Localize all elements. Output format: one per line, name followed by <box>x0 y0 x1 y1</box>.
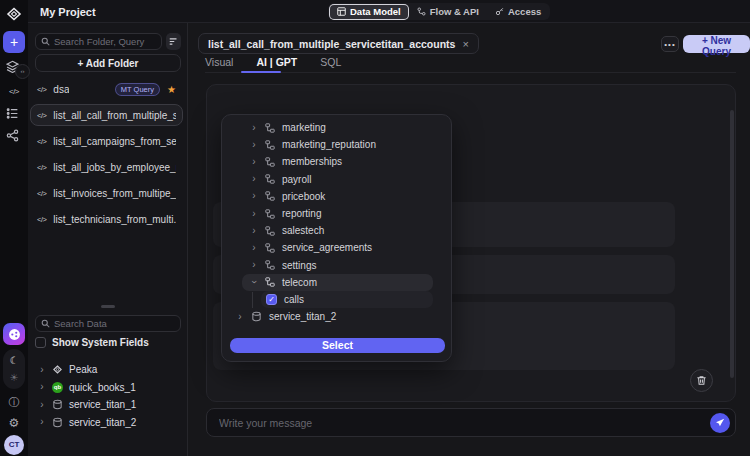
chevron-right-icon[interactable]: › <box>236 312 244 322</box>
show-system-fields[interactable]: Show System Fields <box>35 337 149 348</box>
chevron-down-icon[interactable]: › <box>249 278 259 286</box>
code-icon[interactable]: </> <box>6 84 22 100</box>
code-icon: </> <box>37 163 46 172</box>
more-options-button[interactable]: ••• <box>661 36 679 52</box>
sidebar: + Add Folder </> dsa MT Query ★ </> list… <box>28 23 188 456</box>
top-bar: My Project Data Model Flow & API <box>28 0 750 23</box>
chevron-right-icon[interactable]: › <box>250 226 258 236</box>
schema-icon <box>265 209 275 219</box>
source-row-servicetitan-2[interactable]: › service_titan_2 <box>222 308 451 325</box>
schema-row-settings[interactable]: › settings <box>222 257 451 274</box>
theme-toggle[interactable]: ☾ ☀ <box>3 349 25 389</box>
query-item[interactable]: </> list_invoices_from_multipe_... <box>30 182 183 204</box>
chevron-right-icon[interactable]: › <box>38 365 46 375</box>
system-fields-checkbox[interactable] <box>35 337 46 348</box>
send-button[interactable] <box>710 413 730 433</box>
chevron-right-icon[interactable]: › <box>250 140 258 150</box>
query-label: list_all_jobs_by_employee_n... <box>53 162 176 173</box>
schema-icon <box>265 123 275 133</box>
nav-label: Data Model <box>350 6 401 17</box>
clear-chat-button[interactable] <box>690 369 713 392</box>
sort-button[interactable] <box>166 33 181 50</box>
code-icon: </> <box>37 111 46 120</box>
query-label: dsa <box>53 84 69 95</box>
quickbooks-icon: qb <box>52 382 63 393</box>
select-button[interactable]: Select <box>230 338 445 353</box>
gear-icon[interactable]: ⚙ <box>6 415 22 431</box>
sun-icon[interactable]: ☀ <box>10 372 19 383</box>
checked-checkbox[interactable]: ✓ <box>266 294 277 305</box>
chat-scrollbar[interactable] <box>730 110 734 378</box>
folder-search <box>35 33 162 50</box>
search-icon <box>41 319 50 328</box>
nav-data-model[interactable]: Data Model <box>330 5 408 19</box>
panel-resize-handle[interactable] <box>101 305 115 308</box>
query-item[interactable]: </> list_all_campaigns_from_ser... <box>30 130 183 152</box>
schema-row-memberships[interactable]: › memberships <box>222 153 451 170</box>
chevron-right-icon[interactable]: › <box>250 209 258 219</box>
source-item-servicetitan-1[interactable]: › service_titan_1 <box>28 396 187 414</box>
query-item[interactable]: </> list_technicians_from_multi... <box>30 208 183 230</box>
message-input[interactable] <box>207 417 735 429</box>
new-query-button[interactable]: + New Query <box>683 35 750 53</box>
schema-row-salestech[interactable]: › salestech <box>222 222 451 239</box>
mt-query-badge: MT Query <box>115 83 160 96</box>
search-icon <box>41 37 50 46</box>
sidebar-collapse-button[interactable]: ‹› <box>15 64 30 79</box>
nav-label: Access <box>508 6 541 17</box>
code-icon: </> <box>37 189 46 198</box>
schema-label: pricebook <box>282 191 325 202</box>
schema-row-service-agreements[interactable]: › service_agreements <box>222 239 451 256</box>
schema-row-marketing-reputation[interactable]: › marketing_reputation <box>222 136 451 153</box>
message-input-bar <box>206 408 736 437</box>
source-item-quickbooks[interactable]: › qb quick_books_1 <box>28 379 187 397</box>
system-fields-label: Show System Fields <box>52 337 149 348</box>
query-list: </> dsa MT Query ★ </> list_all_call_fro… <box>30 78 183 234</box>
star-icon[interactable]: ★ <box>167 84 176 95</box>
code-icon: </> <box>37 85 46 94</box>
chevron-right-icon[interactable]: › <box>250 157 258 167</box>
moon-icon[interactable]: ☾ <box>10 355 19 366</box>
avatar[interactable]: CT <box>4 435 24 455</box>
chevron-right-icon[interactable]: › <box>250 243 258 253</box>
schema-row-payroll[interactable]: › payroll <box>222 171 451 188</box>
query-tab-chip[interactable]: list_all_call_from_multiple_servicetitan… <box>198 33 479 54</box>
chevron-right-icon[interactable]: › <box>250 123 258 133</box>
schema-row-marketing[interactable]: › marketing <box>222 119 451 136</box>
query-item[interactable]: </> list_all_jobs_by_employee_n... <box>30 156 183 178</box>
query-item-dsa[interactable]: </> dsa MT Query ★ <box>30 78 183 100</box>
chevron-right-icon[interactable]: › <box>38 417 46 427</box>
chevron-right-icon[interactable]: › <box>250 174 258 184</box>
schema-icon <box>265 260 275 270</box>
folder-search-input[interactable] <box>54 36 156 47</box>
share-icon[interactable] <box>6 129 22 145</box>
data-search-input[interactable] <box>54 318 175 329</box>
schema-label: memberships <box>282 156 342 167</box>
chevron-right-icon[interactable]: › <box>250 191 258 201</box>
source-item-servicetitan-2[interactable]: › service_titan_2 <box>28 414 187 432</box>
source-item-peaka[interactable]: › Peaka <box>28 361 187 379</box>
schema-row-reporting[interactable]: › reporting <box>222 205 451 222</box>
add-folder-button[interactable]: + Add Folder <box>35 54 181 72</box>
query-item-selected[interactable]: </> list_all_call_from_multiple_s... <box>30 104 183 126</box>
schema-label: marketing <box>282 122 326 133</box>
source-label: quick_books_1 <box>69 382 136 393</box>
table-row-calls[interactable]: ✓ calls <box>261 291 433 308</box>
table-rows-icon[interactable] <box>6 107 22 123</box>
chevron-right-icon[interactable]: › <box>250 260 258 270</box>
nav-flow-api[interactable]: Flow & API <box>410 5 486 19</box>
chevron-right-icon[interactable]: › <box>38 382 46 392</box>
schema-row-telecom-expanded[interactable]: › telecom <box>242 274 433 291</box>
close-icon[interactable]: × <box>462 38 468 50</box>
create-new-button[interactable]: + <box>3 31 25 53</box>
schema-row-pricebook[interactable]: › pricebook <box>222 188 451 205</box>
data-search <box>35 315 181 332</box>
query-label: list_all_campaigns_from_ser... <box>53 136 176 147</box>
nav-access[interactable]: Access <box>488 5 548 19</box>
info-icon[interactable]: ⓘ <box>6 394 22 410</box>
schema-picker-dropdown: › marketing › marketing_reputation <box>221 114 452 362</box>
chevron-right-icon[interactable]: › <box>38 400 46 410</box>
schema-icon <box>265 243 275 253</box>
ai-assistant-button[interactable] <box>3 323 25 345</box>
data-model-icon <box>337 7 346 16</box>
